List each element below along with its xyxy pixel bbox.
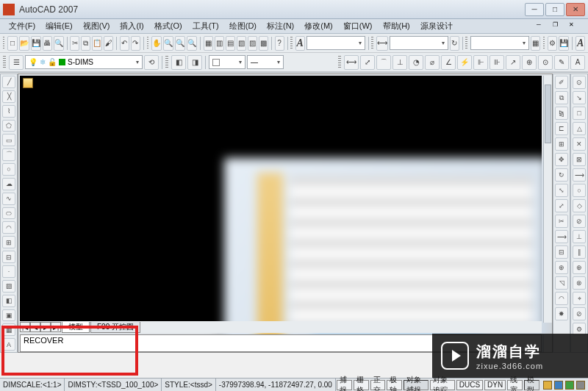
ws-button[interactable]: ⚙ xyxy=(548,36,557,51)
markup-button[interactable]: ▨ xyxy=(248,36,257,51)
quickcalc-button[interactable]: ▩ xyxy=(259,36,268,51)
dim-angular-button[interactable]: ∠ xyxy=(441,55,456,70)
dim-leader-button[interactable]: ↗ xyxy=(506,55,520,70)
tool-palette-button[interactable]: ▤ xyxy=(226,36,235,51)
dim-diameter-button[interactable]: ⌀ xyxy=(425,55,440,70)
doc-close-button[interactable]: ✕ xyxy=(569,21,584,32)
insert-block-button[interactable]: ⊞ xyxy=(2,236,15,248)
dim-update-button[interactable]: ↻ xyxy=(450,36,459,51)
dim-quick-button[interactable]: ⚡ xyxy=(457,55,472,70)
status-dimsty[interactable]: DIMSTY:<TSSD_100_100> xyxy=(65,379,162,391)
rectangle-button[interactable]: ▭ xyxy=(2,134,15,146)
toggle-otrack[interactable]: 对象追踪 xyxy=(430,380,455,390)
text-style-combo[interactable]: ▾ xyxy=(306,36,365,50)
snap-node-button[interactable]: ⊗ xyxy=(573,276,586,290)
maximize-button[interactable]: □ xyxy=(545,3,564,16)
toggle-polar[interactable]: 极轴 xyxy=(387,380,402,390)
toggle-dyn[interactable]: DYN xyxy=(484,380,506,390)
toggle-snap[interactable]: 捕捉 xyxy=(337,380,352,390)
zoom-prev-button[interactable]: 🔍 xyxy=(187,36,197,51)
extend-button[interactable]: ⟶ xyxy=(555,230,568,243)
mirror-button[interactable]: ⧎ xyxy=(555,107,568,120)
stretch-button[interactable]: ⤢ xyxy=(555,199,568,212)
menu-help[interactable]: 帮助(H) xyxy=(379,19,415,33)
tray-icon[interactable] xyxy=(554,381,563,390)
toggle-ducs[interactable]: DUCS xyxy=(456,380,483,390)
zoom-window-button[interactable]: 🔍 xyxy=(175,36,185,51)
toolbar-grip[interactable] xyxy=(543,37,545,50)
new-button[interactable]: □ xyxy=(7,36,17,51)
dim-linear-button[interactable]: ⟷ xyxy=(344,55,359,70)
snap-perp-button[interactable]: ⊥ xyxy=(573,230,586,243)
fillet-button[interactable]: ◠ xyxy=(555,292,568,305)
doc-restore-button[interactable]: ❐ xyxy=(553,21,567,32)
pline-button[interactable]: ⌇ xyxy=(2,105,15,118)
menu-modify[interactable]: 修改(M) xyxy=(300,19,337,33)
status-style[interactable]: STYLE:<tssd> xyxy=(162,379,215,391)
snap-int-button[interactable]: ✕ xyxy=(573,137,586,151)
dim-aligned-button[interactable]: ⤢ xyxy=(360,55,375,70)
region-button[interactable]: ▣ xyxy=(2,309,15,322)
offset-button[interactable]: ⊏ xyxy=(555,122,568,135)
make-block-button[interactable]: ⊟ xyxy=(2,251,15,263)
tab-first-button[interactable]: |◀ xyxy=(20,322,30,332)
snap-from-button[interactable]: ↘ xyxy=(573,91,586,104)
table-style-combo[interactable]: ▾ xyxy=(470,36,529,50)
menu-view[interactable]: 视图(V) xyxy=(79,19,115,33)
snap-mid-button[interactable]: △ xyxy=(573,122,586,135)
toggle-osnap[interactable]: 对象捕捉 xyxy=(404,380,429,390)
dim-style-combo[interactable]: ▾ xyxy=(390,36,448,50)
help-button[interactable]: ? xyxy=(275,36,284,51)
toolbar-grip[interactable] xyxy=(465,37,467,50)
tray-icon[interactable] xyxy=(543,381,552,390)
ws-save-button[interactable]: 💾 xyxy=(559,36,569,51)
dim-edit-button[interactable]: ✎ xyxy=(554,55,569,70)
menu-tools[interactable]: 工具(T) xyxy=(188,19,223,33)
polygon-button[interactable]: ⬠ xyxy=(2,120,15,132)
mtext-button[interactable]: A xyxy=(576,36,585,51)
trim-button[interactable]: ✂ xyxy=(555,215,568,228)
layer-combo[interactable]: 💡 ❄ 🔓 S-DIMS ▾ xyxy=(25,55,143,69)
ellipse-button[interactable]: ⬭ xyxy=(2,207,15,220)
minimize-button[interactable]: ─ xyxy=(525,3,544,16)
menu-edit[interactable]: 编辑(E) xyxy=(41,19,77,33)
match-button[interactable]: 🖌 xyxy=(104,36,113,51)
toggle-lwt[interactable]: 线宽 xyxy=(507,380,523,390)
arc-button[interactable]: ⌒ xyxy=(2,148,15,161)
tab-model[interactable]: 模型 xyxy=(62,322,90,333)
dim-textedit-button[interactable]: A xyxy=(570,55,585,70)
snap-tan-button[interactable]: ⊘ xyxy=(573,215,586,228)
toggle-grid[interactable]: 栅格 xyxy=(354,380,369,390)
move-button[interactable]: ✥ xyxy=(555,153,568,166)
dim-center-button[interactable]: ⊙ xyxy=(538,55,553,70)
toolbar-grip[interactable] xyxy=(371,37,373,50)
cut-button[interactable]: ✂ xyxy=(70,36,79,51)
layer-iso-button[interactable]: ◧ xyxy=(171,55,186,70)
snap-qua-button[interactable]: ◇ xyxy=(573,199,586,212)
dc-button[interactable]: ▥ xyxy=(215,36,224,51)
hatch-button[interactable]: ▨ xyxy=(2,280,15,293)
status-dimscale[interactable]: DIMSCALE:<1:1> xyxy=(0,379,65,391)
table-button[interactable]: ▦ xyxy=(531,36,540,51)
menu-insert[interactable]: 插入(I) xyxy=(115,19,148,33)
paste-button[interactable]: 📋 xyxy=(92,36,102,51)
properties-button[interactable]: ▦ xyxy=(204,36,213,51)
toolbar-grip[interactable] xyxy=(338,56,341,69)
redo-button[interactable]: ↷ xyxy=(131,36,140,51)
tab-last-button[interactable]: ▶| xyxy=(51,322,61,332)
gradient-button[interactable]: ◧ xyxy=(2,295,15,307)
menu-draw[interactable]: 绘图(D) xyxy=(225,19,261,33)
tab-next-button[interactable]: ▶ xyxy=(40,322,51,332)
point-button[interactable]: · xyxy=(2,265,15,278)
snap-temp-button[interactable]: ⊙ xyxy=(573,76,586,89)
dim-continue-button[interactable]: ⊪ xyxy=(490,55,504,70)
save-button[interactable]: 💾 xyxy=(31,36,41,51)
toolbar-grip[interactable] xyxy=(290,37,292,50)
chamfer-button[interactable]: ◹ xyxy=(555,276,568,290)
mtext-button[interactable]: A xyxy=(2,338,15,351)
menu-format[interactable]: 格式(O) xyxy=(150,19,187,33)
circle-button[interactable]: ○ xyxy=(2,163,15,176)
array-button[interactable]: ⊞ xyxy=(555,137,568,151)
snap-near-button[interactable]: ⌖ xyxy=(573,292,586,305)
xline-button[interactable]: ╳ xyxy=(2,90,15,103)
